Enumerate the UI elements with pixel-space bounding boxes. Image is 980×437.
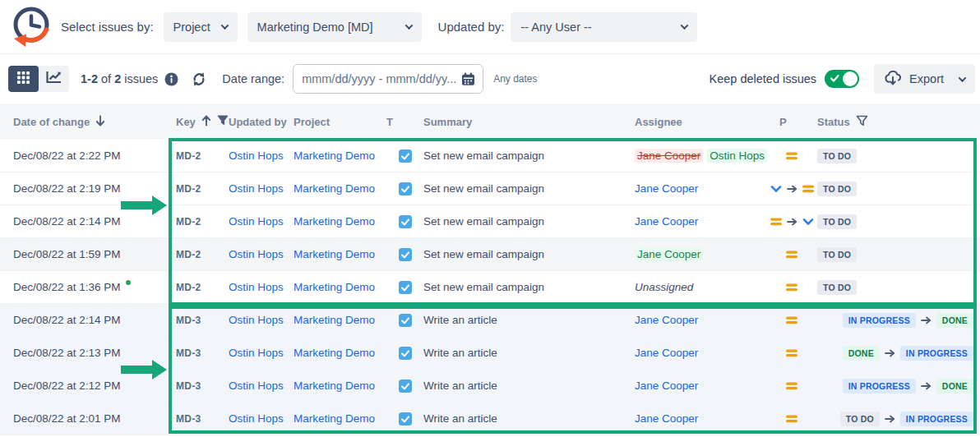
status-badge: IN PROGRESS xyxy=(900,412,973,426)
chevron-down-icon xyxy=(681,21,689,30)
select-issues-label: Select issues by: xyxy=(61,20,154,34)
updated-by-link[interactable]: Ostin Hops xyxy=(229,281,284,293)
updated-by-link[interactable]: Ostin Hops xyxy=(229,412,284,425)
assignee-cell: Jane Cooper xyxy=(635,182,771,195)
summary-cell: Set new email campaign xyxy=(423,248,635,260)
select-by-dropdown[interactable]: Project xyxy=(164,12,238,42)
column-type[interactable]: T xyxy=(386,116,423,128)
project-cell: Marketing Demo xyxy=(294,347,386,359)
project-cell: Marketing Demo xyxy=(294,215,386,228)
funnel-filled-icon[interactable] xyxy=(217,115,229,128)
user-dropdown[interactable]: -- Any User -- xyxy=(511,12,697,42)
project-link[interactable]: Marketing Demo xyxy=(294,248,375,260)
column-key[interactable]: Key xyxy=(156,115,229,129)
column-updated-by[interactable]: Updated by xyxy=(229,116,294,128)
project-cell: Marketing Demo xyxy=(294,248,386,260)
calendar-icon[interactable] xyxy=(461,72,475,86)
table-row[interactable]: Dec/08/22 at 2:12 PMMD-3Ostin HopsMarket… xyxy=(0,370,980,402)
column-date-of-change[interactable]: Date of change xyxy=(0,115,156,129)
assignee-cell: Jane Cooper xyxy=(635,412,771,425)
funnel-outline-icon[interactable] xyxy=(856,115,868,129)
toggle-knob xyxy=(843,71,858,86)
table-row[interactable]: Dec/08/22 at 1:59 PMMD-2Ostin HopsMarket… xyxy=(0,238,980,271)
table-row[interactable]: Dec/08/22 at 2:14 PMMD-2Ostin HopsMarket… xyxy=(0,205,980,238)
assignee-cell: Jane Cooper xyxy=(635,314,771,326)
project-dropdown[interactable]: Marketing Demo [MD] xyxy=(247,12,422,42)
refresh-icon[interactable] xyxy=(191,71,207,87)
date-range-input[interactable] xyxy=(302,72,458,85)
table-row[interactable]: Dec/08/22 at 2:01 PMMD-3Ostin HopsMarket… xyxy=(0,402,980,435)
any-dates-label: Any dates xyxy=(493,73,537,85)
column-project[interactable]: Project xyxy=(294,116,386,128)
task-checkbox-icon xyxy=(399,150,412,163)
project-link[interactable]: Marketing Demo xyxy=(294,412,375,425)
date-of-change-cell: Dec/08/22 at 2:12 PM xyxy=(0,380,156,392)
assignee-added: Jane Cooper xyxy=(635,247,703,261)
project-link[interactable]: Marketing Demo xyxy=(294,314,375,326)
assignee-link[interactable]: Jane Cooper xyxy=(635,347,698,359)
table-row[interactable]: Dec/08/22 at 2:22 PMMD-2Ostin HopsMarket… xyxy=(0,140,980,172)
issue-key-cell: MD-2 xyxy=(156,249,229,260)
updated-by-link[interactable]: Ostin Hops xyxy=(229,380,284,392)
status-badge: TO DO xyxy=(817,214,857,229)
updated-by-cell: Ostin Hops xyxy=(229,248,294,260)
project-link[interactable]: Marketing Demo xyxy=(294,281,375,293)
project-link[interactable]: Marketing Demo xyxy=(294,347,375,359)
updated-by-link[interactable]: Ostin Hops xyxy=(229,347,284,359)
summary-cell: Set new email campaign xyxy=(423,281,635,293)
task-checkbox-icon xyxy=(399,281,412,294)
status-badge: TO DO xyxy=(840,412,880,426)
status-cell: IN PROGRESSDONE xyxy=(812,313,980,328)
column-summary[interactable]: Summary xyxy=(423,116,635,128)
column-status[interactable]: Status xyxy=(812,115,980,129)
updated-by-cell: Ostin Hops xyxy=(229,281,294,293)
grid-view-button[interactable] xyxy=(8,66,39,92)
date-range-field xyxy=(293,64,483,94)
column-priority[interactable]: P xyxy=(771,116,812,128)
project-link[interactable]: Marketing Demo xyxy=(294,215,375,228)
view-toggle xyxy=(8,66,69,92)
assignee-link[interactable]: Jane Cooper xyxy=(635,380,698,392)
summary-cell: Set new email campaign xyxy=(423,150,635,162)
updated-by-link[interactable]: Ostin Hops xyxy=(229,150,284,162)
keep-deleted-toggle[interactable] xyxy=(825,70,859,88)
status-cell: TO DO xyxy=(812,149,980,163)
updated-by-link[interactable]: Ostin Hops xyxy=(229,215,284,228)
count-range: 1-2 xyxy=(81,72,98,85)
assignee-link[interactable]: Jane Cooper xyxy=(635,412,698,425)
status-cell: TO DO xyxy=(812,280,980,295)
export-button[interactable]: Export xyxy=(874,64,975,94)
sort-ascending-icon[interactable] xyxy=(201,115,211,129)
table-row[interactable]: Dec/08/22 at 1:36 PMMD-2Ostin HopsMarket… xyxy=(0,271,980,304)
status-cell: DONEIN PROGRESS xyxy=(812,346,980,361)
table-row[interactable]: Dec/08/22 at 2:19 PMMD-2Ostin HopsMarket… xyxy=(0,172,980,205)
updated-by-link[interactable]: Ostin Hops xyxy=(229,248,284,260)
assignee-cell: Jane Cooper xyxy=(635,247,771,261)
table-row[interactable]: Dec/08/22 at 2:13 PMMD-3Ostin HopsMarket… xyxy=(0,337,980,370)
table-row[interactable]: Dec/08/22 at 2:14 PMMD-3Ostin HopsMarket… xyxy=(0,304,980,337)
status-badge: DONE xyxy=(936,313,973,328)
assignee-link[interactable]: Jane Cooper xyxy=(635,182,698,195)
summary-cell: Write an article xyxy=(423,347,635,359)
updated-by-link[interactable]: Ostin Hops xyxy=(229,182,284,195)
assignee-removed: Jane Cooper xyxy=(635,149,703,163)
task-checkbox-icon xyxy=(399,215,412,228)
assignee-link[interactable]: Jane Cooper xyxy=(635,215,698,228)
table-toolbar: 1-2 of 2 issues Date range: xyxy=(0,54,980,104)
unread-dot xyxy=(126,280,131,285)
updated-by-link[interactable]: Ostin Hops xyxy=(229,314,284,326)
project-link[interactable]: Marketing Demo xyxy=(294,182,375,195)
project-link[interactable]: Marketing Demo xyxy=(294,380,375,392)
chart-view-button[interactable] xyxy=(39,66,69,92)
issue-key-cell: MD-3 xyxy=(156,380,229,392)
date-of-change-cell: Dec/08/22 at 2:14 PM xyxy=(0,314,156,326)
cloud-download-icon xyxy=(884,71,902,88)
project-link[interactable]: Marketing Demo xyxy=(294,150,375,162)
column-assignee[interactable]: Assignee xyxy=(635,116,771,128)
assignee-link[interactable]: Jane Cooper xyxy=(635,314,698,326)
priority-cell xyxy=(771,349,812,357)
sort-descending-icon[interactable] xyxy=(95,115,105,129)
status-badge: TO DO xyxy=(817,247,857,262)
date-of-change-cell: Dec/08/22 at 2:22 PM xyxy=(0,150,156,162)
info-icon[interactable] xyxy=(164,72,178,86)
